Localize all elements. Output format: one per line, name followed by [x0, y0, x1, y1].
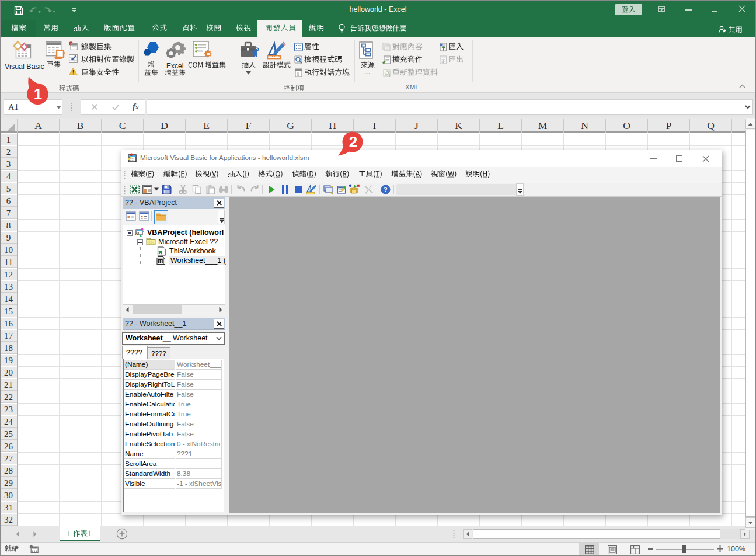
svg-text:1: 1	[34, 85, 42, 103]
svg-text:2: 2	[349, 133, 357, 151]
svg-text:?: ?	[384, 186, 387, 194]
